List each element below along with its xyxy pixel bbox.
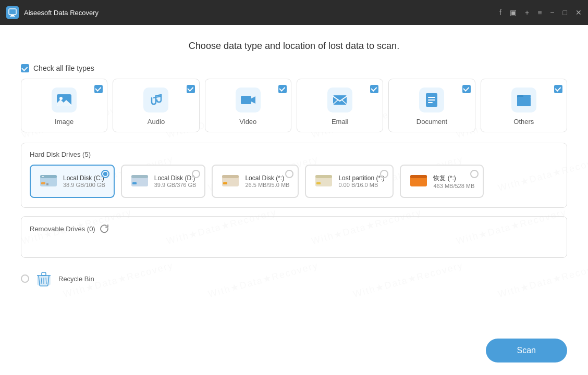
drive-info-recover: 恢复 (*:) 463 MB/528 MB xyxy=(433,174,474,189)
app-title: Aiseesoft Data Recovery xyxy=(24,9,499,17)
scan-button-area: Scan xyxy=(486,339,567,362)
drive-size-d: 39.9 GB/376 GB xyxy=(154,182,197,188)
svg-rect-27 xyxy=(315,175,332,178)
drive-item-star1[interactable]: Local Disk (*:) 26.5 MB/95.0 MB xyxy=(212,165,299,198)
drive-radio-d[interactable] xyxy=(192,170,200,178)
drive-info-d: Local Disk (D:) 39.9 GB/376 GB xyxy=(154,174,197,188)
drive-inner-star1[interactable]: Local Disk (*:) 26.5 MB/95.0 MB xyxy=(212,165,299,198)
others-icon xyxy=(511,88,536,113)
file-type-card-video[interactable]: Video xyxy=(205,79,291,132)
window-controls: f ▣ + ≡ − □ ✕ xyxy=(499,8,582,17)
drive-size-star1: 26.5 MB/95.0 MB xyxy=(245,182,289,188)
close-button[interactable]: ✕ xyxy=(575,8,582,17)
image-label: Image xyxy=(55,118,74,126)
drive-radio-star1[interactable] xyxy=(285,170,293,178)
page-title: Choose data type and location of lost da… xyxy=(21,41,567,52)
svg-rect-10 xyxy=(428,102,433,103)
file-types-grid: Image Audio xyxy=(21,79,567,132)
drive-inner-recover[interactable]: 恢复 (*:) 463 MB/528 MB xyxy=(400,165,484,198)
drive-radio-lost[interactable] xyxy=(380,170,388,178)
drive-info-lost: Lost partition (*:) 0.00 B/16.0 MB xyxy=(338,174,384,188)
others-label: Others xyxy=(513,118,534,126)
drive-icon-c xyxy=(39,171,58,192)
file-type-card-email[interactable]: Email xyxy=(297,79,383,132)
svg-point-4 xyxy=(59,97,63,100)
drive-radio-recover[interactable] xyxy=(470,170,479,178)
svg-rect-13 xyxy=(517,97,531,106)
drive-name-recover: 恢复 (*:) xyxy=(433,174,474,183)
recycle-bin-radio[interactable] xyxy=(21,274,29,283)
drive-item-c[interactable]: Local Disk (C:) 38.9 GB/100 GB xyxy=(30,165,115,198)
email-checkbox[interactable] xyxy=(370,83,378,93)
drive-size-c: 38.9 GB/100 GB xyxy=(63,182,105,188)
others-checkbox[interactable] xyxy=(554,83,562,93)
drive-inner-d[interactable]: Local Disk (D:) 39.9 GB/376 GB xyxy=(121,165,206,198)
drive-name-c: Local Disk (C:) xyxy=(63,174,105,182)
drive-item-d[interactable]: Local Disk (D:) 39.9 GB/376 GB xyxy=(121,165,206,198)
drive-icon-lost xyxy=(314,171,333,192)
audio-checkbox[interactable] xyxy=(187,83,195,93)
facebook-icon[interactable]: f xyxy=(499,8,501,17)
svg-rect-22 xyxy=(132,182,137,184)
document-checkbox[interactable] xyxy=(462,83,471,93)
recycle-bin-row[interactable]: Recycle Bin xyxy=(21,266,567,291)
drive-radio-c[interactable] xyxy=(101,170,109,178)
svg-rect-8 xyxy=(428,97,435,98)
file-type-card-audio[interactable]: Audio xyxy=(113,79,199,132)
svg-rect-24 xyxy=(222,175,239,178)
video-checkbox[interactable] xyxy=(278,83,287,93)
drive-size-recover: 463 MB/528 MB xyxy=(433,183,474,189)
svg-rect-6 xyxy=(333,95,347,105)
svg-rect-25 xyxy=(223,182,227,184)
svg-rect-17 xyxy=(46,183,48,184)
refresh-icon[interactable] xyxy=(100,224,109,233)
file-type-card-document[interactable]: Document xyxy=(388,79,475,132)
recycle-bin-label: Recycle Bin xyxy=(58,275,94,283)
video-icon xyxy=(236,88,261,113)
svg-rect-16 xyxy=(41,182,45,184)
drive-item-recover[interactable]: 恢复 (*:) 463 MB/528 MB xyxy=(400,165,484,198)
file-type-card-image[interactable]: Image xyxy=(21,79,107,132)
document-label: Document xyxy=(416,118,447,126)
document-icon xyxy=(419,88,444,113)
removable-drives-header: Removable Drives (0) xyxy=(30,224,558,233)
removable-drives-label: Removable Drives (0) xyxy=(30,225,95,233)
message-icon[interactable]: ▣ xyxy=(510,8,517,17)
email-label: Email xyxy=(332,118,349,126)
hard-disk-drives-label: Hard Disk Drives (5) xyxy=(30,151,91,158)
drive-icon-recover xyxy=(409,171,428,192)
svg-rect-28 xyxy=(316,182,321,184)
drive-info-star1: Local Disk (*:) 26.5 MB/95.0 MB xyxy=(245,174,289,188)
recycle-bin-icon xyxy=(35,270,52,287)
drive-icon-star1 xyxy=(221,171,240,192)
main-content: With★Data★Recovery With★Data★Recovery Wi… xyxy=(0,25,588,375)
video-label: Video xyxy=(239,118,256,126)
app-icon xyxy=(6,6,19,19)
add-icon[interactable]: + xyxy=(525,8,529,17)
audio-icon xyxy=(143,88,168,113)
removable-drives-section: Removable Drives (0) xyxy=(21,216,567,258)
drive-item-lost[interactable]: Lost partition (*:) 0.00 B/16.0 MB xyxy=(305,165,394,198)
drive-inner-lost[interactable]: Lost partition (*:) 0.00 B/16.0 MB xyxy=(305,165,394,198)
check-all-row[interactable]: Check all file types xyxy=(21,64,567,72)
drive-inner-c[interactable]: Local Disk (C:) 38.9 GB/100 GB xyxy=(30,165,115,198)
menu-icon[interactable]: ≡ xyxy=(537,8,542,17)
hard-disk-drives-section: Hard Disk Drives (5) xyxy=(21,143,567,208)
maximize-button[interactable]: □ xyxy=(563,8,567,17)
audio-label: Audio xyxy=(148,118,165,126)
svg-rect-19 xyxy=(42,176,44,177)
title-bar: Aiseesoft Data Recovery f ▣ + ≡ − □ ✕ xyxy=(0,0,588,25)
hard-disk-drives-header: Hard Disk Drives (5) xyxy=(30,151,558,158)
svg-rect-0 xyxy=(9,9,16,15)
email-icon xyxy=(327,88,352,113)
image-checkbox[interactable] xyxy=(94,83,103,93)
file-type-card-others[interactable]: Others xyxy=(481,79,567,132)
drive-icon-d xyxy=(130,171,149,192)
drive-name-star1: Local Disk (*:) xyxy=(245,174,289,182)
svg-rect-18 xyxy=(46,184,48,185)
check-all-checkbox[interactable] xyxy=(21,64,29,72)
image-icon xyxy=(52,88,77,113)
minimize-button[interactable]: − xyxy=(550,8,554,17)
scan-button[interactable]: Scan xyxy=(486,339,567,362)
drive-size-lost: 0.00 B/16.0 MB xyxy=(338,182,384,188)
